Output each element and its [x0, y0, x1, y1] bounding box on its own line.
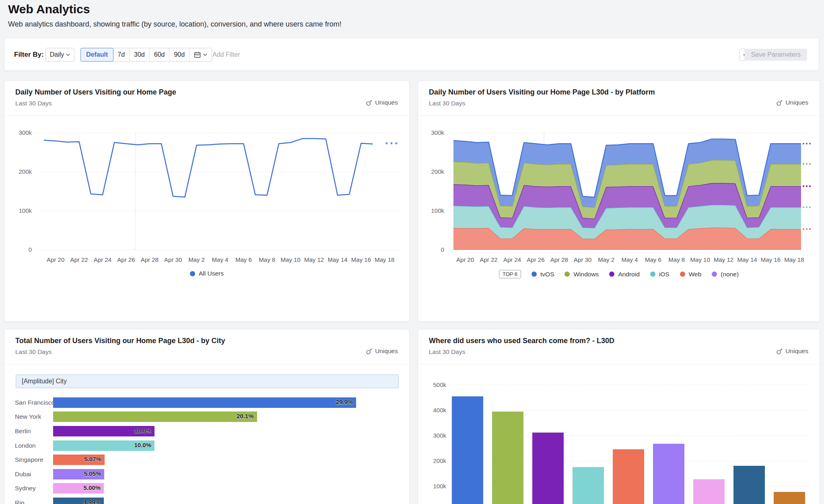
city-bar-value: 5.07% — [84, 456, 101, 463]
incomplete-data-dot — [803, 206, 804, 208]
incomplete-data-dot — [803, 163, 804, 165]
source-bar[interactable] — [693, 479, 725, 504]
city-row: Berlin10.0% — [4, 424, 409, 438]
preset-default[interactable]: Default — [80, 48, 113, 62]
axis-label: 100k — [19, 207, 32, 214]
page-title: Web Analytics — [8, 2, 90, 16]
city-bar-value: 5.05% — [84, 470, 101, 477]
axis-label: May 2 — [598, 256, 614, 263]
all-users-line[interactable] — [44, 139, 373, 197]
legend-item-allusers[interactable]: All Users — [190, 270, 224, 277]
legend-label: (none) — [721, 271, 739, 278]
axis-label: May 14 — [737, 256, 757, 263]
axis-label: Apr 26 — [527, 256, 544, 263]
incomplete-data-dot — [809, 163, 811, 165]
axis-label: 0 — [29, 246, 32, 253]
city-label: Berlin — [4, 428, 53, 435]
legend-dot — [650, 272, 655, 277]
city-row: San Francisco29.9% — [4, 395, 409, 410]
axis-label: May 14 — [328, 256, 347, 263]
axis-label: 400k — [433, 407, 446, 413]
city-bar-track: 29.9% — [53, 397, 409, 408]
granularity-dropdown[interactable]: Daily — [45, 48, 74, 62]
city-bar[interactable] — [53, 397, 356, 408]
card-title: Total Number of Users Visiting our Home … — [15, 337, 225, 345]
city-bar-track: 10.0% — [53, 440, 409, 451]
axis-label: Apr 30 — [574, 256, 591, 263]
measure-toggle[interactable]: Uniques — [366, 348, 398, 355]
legend-dot — [680, 272, 685, 277]
preset-7d[interactable]: 7d — [113, 48, 130, 61]
card-search-sources: Where did users who used Search come fro… — [418, 329, 820, 504]
card-daily-users: Daily Number of Users Visiting our Home … — [4, 80, 410, 322]
axis-label: May 10 — [281, 256, 301, 263]
city-bar[interactable] — [53, 411, 257, 422]
legend-item-tvos[interactable]: tvOS — [531, 271, 554, 278]
filter-by-label: Filter By: — [14, 51, 44, 59]
preset-60d[interactable]: 60d — [150, 48, 170, 61]
city-bar-track: 5.07% — [53, 455, 409, 465]
city-bar-list: San Francisco29.9%New York20.1%Berlin10.… — [4, 395, 409, 504]
save-parameters-button[interactable]: Save Parameters — [744, 49, 807, 61]
incomplete-data-dot — [803, 185, 804, 187]
legend-item-android[interactable]: Android — [609, 271, 639, 278]
card-range: Last 30 Days — [15, 348, 52, 356]
stacked-area-chart[interactable]: 0100k200k300kApr 20Apr 22Apr 24Apr 26Apr… — [418, 81, 820, 322]
city-column-header[interactable]: [Amplitude] City — [16, 374, 399, 388]
source-bar[interactable] — [613, 449, 644, 504]
incomplete-data-dot — [390, 142, 392, 144]
top6-badge: TOP 6 — [499, 270, 521, 278]
city-bar-track: 5.05% — [53, 469, 409, 479]
city-bar-value: 20.1% — [237, 413, 254, 420]
web-analytics-dashboard: { "page": { "title": "Web Analytics", "s… — [0, 0, 824, 504]
line-chart[interactable]: 0100k200k300kApr 20Apr 22Apr 24Apr 26Apr… — [4, 81, 410, 322]
source-bar[interactable] — [532, 432, 564, 504]
axis-label: 0 — [441, 246, 444, 253]
city-row: Sydney5.00% — [4, 481, 409, 496]
chevron-down-icon — [203, 53, 207, 56]
city-bar-value: 5.00% — [83, 484, 101, 491]
city-row: Dubai5.05% — [4, 467, 409, 481]
legend-dot — [712, 272, 717, 277]
city-row: London10.0% — [4, 438, 409, 453]
incomplete-data-dot — [809, 143, 811, 144]
preset-30d[interactable]: 30d — [130, 48, 150, 61]
legend-item-windows[interactable]: Windows — [564, 271, 599, 278]
bar-chart[interactable]: 100k200k300k400k500k — [418, 329, 820, 504]
calendar-icon — [194, 51, 201, 58]
axis-label: May 4 — [622, 256, 638, 263]
legend-item-none[interactable]: (none) — [712, 271, 739, 278]
legend-item-web[interactable]: Web — [680, 271, 702, 278]
date-range-picker[interactable] — [190, 48, 212, 61]
legend-item-ios[interactable]: iOS — [650, 271, 670, 278]
legend-dot — [564, 272, 570, 277]
city-label: Rio — [4, 499, 53, 504]
source-bar[interactable] — [573, 467, 604, 504]
card-users-by-city: Total Number of Users Visiting our Home … — [4, 329, 410, 504]
legend-label: Android — [618, 271, 639, 278]
preset-90d[interactable]: 90d — [169, 48, 190, 61]
axis-label: 500k — [433, 381, 446, 388]
divider — [4, 364, 409, 364]
city-label: Singapore — [4, 456, 53, 463]
axis-label: Apr 24 — [503, 256, 521, 263]
chevron-down-icon — [66, 53, 70, 56]
axis-label: Apr 28 — [141, 256, 159, 263]
chart-legend: All Users — [4, 270, 409, 277]
axis-label: Apr 20 — [47, 256, 64, 263]
source-bar[interactable] — [653, 444, 684, 504]
axis-label: May 2 — [188, 256, 205, 263]
source-bar[interactable] — [774, 492, 805, 504]
incomplete-data-dot — [803, 228, 804, 230]
axis-label: May 18 — [784, 256, 804, 263]
source-bar[interactable] — [733, 466, 765, 504]
source-bar[interactable] — [452, 396, 483, 504]
axis-label: 300k — [19, 129, 32, 136]
city-label: New York — [4, 413, 53, 420]
city-row: New York20.1% — [4, 410, 409, 424]
axis-label: May 6 — [235, 256, 252, 263]
axis-label: May 8 — [259, 256, 275, 263]
add-filter-button[interactable]: Add Filter — [212, 51, 240, 58]
city-label: Sydney — [4, 485, 53, 492]
source-bar[interactable] — [492, 411, 523, 504]
